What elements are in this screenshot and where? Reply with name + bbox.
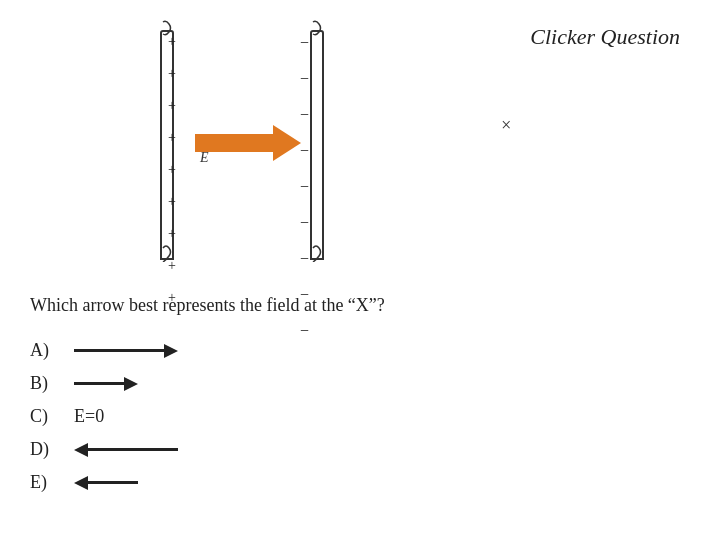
answer-d: D): [30, 439, 178, 460]
plus-sign: +: [168, 163, 176, 177]
minus-sign: −: [300, 215, 309, 231]
arrow-a-head: [164, 344, 178, 358]
x-marker: ×: [500, 115, 512, 136]
plus-sign: +: [168, 67, 176, 81]
minus-sign: −: [300, 35, 309, 51]
capacitor-diagram: + + + + + + + + + − − − − − − − − − E: [100, 20, 420, 280]
arrow-b-shaft: [74, 382, 124, 385]
answer-a-label: A): [30, 340, 60, 361]
page-title: Clicker Question: [530, 24, 680, 50]
minus-sign: −: [300, 107, 309, 123]
arrow-shaft: [195, 134, 275, 152]
right-plate: [310, 30, 324, 260]
arrow-d-head: [74, 443, 88, 457]
plus-sign: +: [168, 131, 176, 145]
arrow-d-left-long: [74, 443, 178, 457]
plus-sign: +: [168, 99, 176, 113]
answers-list: A) B) C) E=0 D) E): [30, 340, 178, 493]
minus-signs-group: − − − − − − − − −: [300, 35, 309, 339]
answer-b-label: B): [30, 373, 60, 394]
answer-a: A): [30, 340, 178, 361]
arrow-b-right-medium: [74, 377, 138, 391]
plus-sign: +: [168, 259, 176, 273]
arrow-head: [273, 125, 301, 161]
minus-sign: −: [300, 251, 309, 267]
answer-c: C) E=0: [30, 406, 178, 427]
plus-sign: +: [168, 227, 176, 241]
answer-e-label: E): [30, 472, 60, 493]
arrow-d-shaft: [88, 448, 178, 451]
minus-sign: −: [300, 71, 309, 87]
plus-signs-group: + + + + + + + + +: [168, 35, 176, 305]
minus-sign: −: [300, 143, 309, 159]
question-text: Which arrow best represents the field at…: [30, 295, 385, 316]
arrow-e-head: [74, 476, 88, 490]
e-field-arrow: [195, 125, 301, 161]
answer-e: E): [30, 472, 178, 493]
plus-sign: +: [168, 35, 176, 49]
minus-sign: −: [300, 323, 309, 339]
answer-d-label: D): [30, 439, 60, 460]
plus-sign: +: [168, 195, 176, 209]
arrow-e-shaft: [88, 481, 138, 484]
arrow-a-shaft: [74, 349, 164, 352]
answer-c-label: C): [30, 406, 60, 427]
arrow-a-right-long: [74, 344, 178, 358]
minus-sign: −: [300, 179, 309, 195]
answer-b: B): [30, 373, 178, 394]
arrow-e-left-medium: [74, 476, 138, 490]
arrow-b-head: [124, 377, 138, 391]
answer-c-text: E=0: [74, 406, 104, 427]
